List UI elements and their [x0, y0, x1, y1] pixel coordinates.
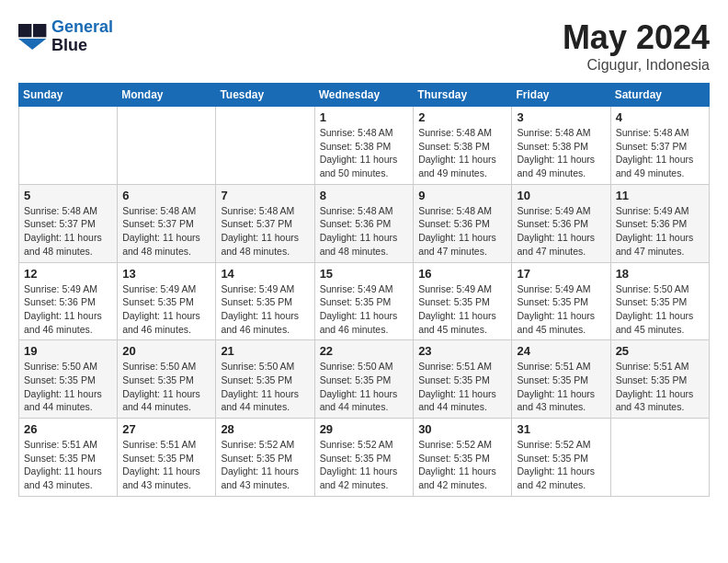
calendar-cell: 11Sunrise: 5:49 AM Sunset: 5:36 PM Dayli…: [610, 184, 709, 262]
day-number: 17: [517, 267, 605, 281]
day-info: Sunrise: 5:52 AM Sunset: 5:35 PM Dayligh…: [320, 438, 409, 492]
calendar-cell: 17Sunrise: 5:49 AM Sunset: 5:35 PM Dayli…: [512, 262, 610, 340]
day-number: 5: [24, 189, 112, 202]
day-info: Sunrise: 5:52 AM Sunset: 5:35 PM Dayligh…: [221, 438, 309, 492]
logo-icon: [18, 24, 48, 50]
calendar-cell: 28Sunrise: 5:52 AM Sunset: 5:35 PM Dayli…: [216, 419, 314, 497]
day-number: 25: [616, 344, 704, 358]
day-number: 2: [418, 110, 506, 124]
day-info: Sunrise: 5:49 AM Sunset: 5:35 PM Dayligh…: [418, 282, 506, 337]
day-number: 19: [24, 344, 112, 358]
day-info: Sunrise: 5:50 AM Sunset: 5:35 PM Dayligh…: [24, 360, 112, 414]
day-info: Sunrise: 5:48 AM Sunset: 5:37 PM Dayligh…: [616, 126, 704, 180]
calendar-cell: 31Sunrise: 5:52 AM Sunset: 5:35 PM Dayli…: [512, 419, 610, 497]
calendar-cell: 10Sunrise: 5:49 AM Sunset: 5:36 PM Dayli…: [512, 184, 610, 262]
calendar-cell: 26Sunrise: 5:51 AM Sunset: 5:35 PM Dayli…: [19, 419, 118, 497]
day-number: 21: [221, 344, 309, 358]
day-number: 1: [320, 110, 409, 124]
day-info: Sunrise: 5:49 AM Sunset: 5:36 PM Dayligh…: [616, 204, 704, 259]
day-number: 13: [122, 267, 210, 281]
calendar-cell: 30Sunrise: 5:52 AM Sunset: 5:35 PM Dayli…: [414, 419, 512, 497]
calendar-cell: 4Sunrise: 5:48 AM Sunset: 5:37 PM Daylig…: [610, 107, 709, 185]
svg-rect-0: [18, 24, 31, 37]
logo-text: General Blue: [51, 18, 113, 55]
calendar-cell: 12Sunrise: 5:49 AM Sunset: 5:36 PM Dayli…: [19, 262, 118, 340]
day-info: Sunrise: 5:50 AM Sunset: 5:35 PM Dayligh…: [320, 360, 409, 414]
page-header: General Blue May 2024 Cigugur, Indonesia: [18, 18, 710, 74]
day-info: Sunrise: 5:50 AM Sunset: 5:35 PM Dayligh…: [221, 360, 309, 414]
day-info: Sunrise: 5:51 AM Sunset: 5:35 PM Dayligh…: [24, 438, 112, 492]
day-number: 29: [320, 422, 409, 436]
day-info: Sunrise: 5:51 AM Sunset: 5:35 PM Dayligh…: [122, 438, 210, 492]
svg-marker-2: [18, 39, 46, 50]
day-info: Sunrise: 5:48 AM Sunset: 5:36 PM Dayligh…: [418, 204, 506, 259]
day-number: 24: [517, 344, 605, 358]
weekday-header: Tuesday: [216, 84, 314, 107]
calendar-week-row: 19Sunrise: 5:50 AM Sunset: 5:35 PM Dayli…: [19, 340, 710, 419]
calendar-cell: 1Sunrise: 5:48 AM Sunset: 5:38 PM Daylig…: [314, 107, 414, 185]
day-number: 4: [616, 110, 704, 124]
calendar-week-row: 12Sunrise: 5:49 AM Sunset: 5:36 PM Dayli…: [19, 262, 710, 340]
calendar-cell: 22Sunrise: 5:50 AM Sunset: 5:35 PM Dayli…: [314, 340, 414, 419]
calendar-cell: 27Sunrise: 5:51 AM Sunset: 5:35 PM Dayli…: [118, 419, 216, 497]
month-year: May 2024: [563, 18, 710, 57]
location: Cigugur, Indonesia: [563, 57, 710, 74]
calendar-week-row: 5Sunrise: 5:48 AM Sunset: 5:37 PM Daylig…: [19, 184, 710, 262]
day-info: Sunrise: 5:52 AM Sunset: 5:35 PM Dayligh…: [517, 438, 605, 492]
svg-rect-1: [33, 24, 46, 37]
day-number: 9: [418, 189, 506, 202]
calendar-cell: 3Sunrise: 5:48 AM Sunset: 5:38 PM Daylig…: [512, 107, 610, 185]
day-info: Sunrise: 5:48 AM Sunset: 5:36 PM Dayligh…: [320, 204, 409, 259]
calendar-cell: [216, 107, 314, 185]
day-info: Sunrise: 5:49 AM Sunset: 5:36 PM Dayligh…: [24, 282, 112, 337]
calendar-cell: 23Sunrise: 5:51 AM Sunset: 5:35 PM Dayli…: [414, 340, 512, 419]
day-info: Sunrise: 5:49 AM Sunset: 5:35 PM Dayligh…: [320, 282, 409, 337]
day-number: 23: [418, 344, 506, 358]
day-info: Sunrise: 5:48 AM Sunset: 5:38 PM Dayligh…: [517, 126, 605, 180]
day-number: 27: [122, 422, 210, 436]
day-number: 18: [616, 267, 704, 281]
calendar-cell: 8Sunrise: 5:48 AM Sunset: 5:36 PM Daylig…: [314, 184, 414, 262]
weekday-header: Sunday: [19, 84, 118, 107]
calendar-cell: 19Sunrise: 5:50 AM Sunset: 5:35 PM Dayli…: [19, 340, 118, 419]
day-info: Sunrise: 5:52 AM Sunset: 5:35 PM Dayligh…: [418, 438, 506, 492]
day-number: 8: [320, 189, 409, 202]
day-info: Sunrise: 5:51 AM Sunset: 5:35 PM Dayligh…: [616, 360, 704, 414]
calendar-cell: 21Sunrise: 5:50 AM Sunset: 5:35 PM Dayli…: [216, 340, 314, 419]
calendar-cell: 20Sunrise: 5:50 AM Sunset: 5:35 PM Dayli…: [118, 340, 216, 419]
day-number: 6: [122, 189, 210, 202]
day-info: Sunrise: 5:49 AM Sunset: 5:36 PM Dayligh…: [517, 204, 605, 259]
day-info: Sunrise: 5:50 AM Sunset: 5:35 PM Dayligh…: [616, 282, 704, 337]
logo: General Blue: [18, 18, 113, 55]
calendar-cell: [19, 107, 118, 185]
weekday-header: Saturday: [610, 84, 709, 107]
day-info: Sunrise: 5:51 AM Sunset: 5:35 PM Dayligh…: [418, 360, 506, 414]
calendar-cell: 25Sunrise: 5:51 AM Sunset: 5:35 PM Dayli…: [610, 340, 709, 419]
calendar-cell: 29Sunrise: 5:52 AM Sunset: 5:35 PM Dayli…: [314, 419, 414, 497]
day-number: 7: [221, 189, 309, 202]
day-number: 22: [320, 344, 409, 358]
day-info: Sunrise: 5:49 AM Sunset: 5:35 PM Dayligh…: [221, 282, 309, 337]
day-info: Sunrise: 5:48 AM Sunset: 5:37 PM Dayligh…: [122, 204, 210, 259]
day-number: 31: [517, 422, 605, 436]
calendar-cell: 5Sunrise: 5:48 AM Sunset: 5:37 PM Daylig…: [19, 184, 118, 262]
day-number: 26: [24, 422, 112, 436]
day-info: Sunrise: 5:50 AM Sunset: 5:35 PM Dayligh…: [122, 360, 210, 414]
weekday-header: Monday: [118, 84, 216, 107]
weekday-header: Thursday: [414, 84, 512, 107]
calendar-cell: 13Sunrise: 5:49 AM Sunset: 5:35 PM Dayli…: [118, 262, 216, 340]
day-number: 12: [24, 267, 112, 281]
calendar-cell: 14Sunrise: 5:49 AM Sunset: 5:35 PM Dayli…: [216, 262, 314, 340]
calendar-cell: [118, 107, 216, 185]
calendar-cell: [610, 419, 709, 497]
day-info: Sunrise: 5:49 AM Sunset: 5:35 PM Dayligh…: [122, 282, 210, 337]
calendar-cell: 7Sunrise: 5:48 AM Sunset: 5:37 PM Daylig…: [216, 184, 314, 262]
title-block: May 2024 Cigugur, Indonesia: [563, 18, 710, 74]
calendar-cell: 15Sunrise: 5:49 AM Sunset: 5:35 PM Dayli…: [314, 262, 414, 340]
calendar-cell: 2Sunrise: 5:48 AM Sunset: 5:38 PM Daylig…: [414, 107, 512, 185]
calendar-header-row: SundayMondayTuesdayWednesdayThursdayFrid…: [19, 84, 710, 107]
day-info: Sunrise: 5:48 AM Sunset: 5:37 PM Dayligh…: [221, 204, 309, 259]
day-number: 30: [418, 422, 506, 436]
day-info: Sunrise: 5:48 AM Sunset: 5:38 PM Dayligh…: [418, 126, 506, 180]
day-number: 20: [122, 344, 210, 358]
